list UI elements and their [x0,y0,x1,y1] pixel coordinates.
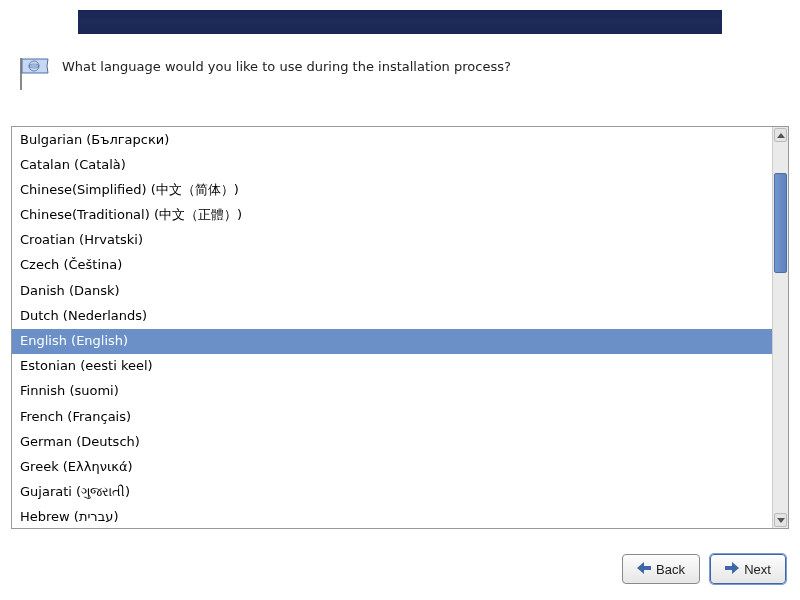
language-item[interactable]: English (English) [12,329,772,354]
scroll-up-button[interactable] [774,128,787,142]
back-button[interactable]: Back [622,554,700,584]
language-list[interactable]: Bulgarian (Български)Catalan (Català)Chi… [12,127,772,528]
language-item[interactable]: Danish (Dansk) [12,278,772,303]
arrow-right-icon [725,562,739,577]
arrow-left-icon [637,562,651,577]
prompt-text: What language would you like to use duri… [62,56,511,76]
header: What language would you like to use duri… [18,56,782,92]
language-flag-icon [18,56,50,92]
scroll-down-button[interactable] [774,513,787,527]
language-item[interactable]: Catalan (Català) [12,152,772,177]
top-banner [78,10,722,34]
language-item[interactable]: German (Deutsch) [12,429,772,454]
language-item[interactable]: Chinese(Traditional) (中文（正體）) [12,203,772,228]
language-item[interactable]: Czech (Čeština) [12,253,772,278]
language-item[interactable]: Finnish (suomi) [12,379,772,404]
next-button-label: Next [744,562,771,577]
language-item[interactable]: Bulgarian (Български) [12,127,772,152]
scroll-thumb[interactable] [774,173,787,273]
language-item[interactable]: Chinese(Simplified) (中文（简体）) [12,177,772,202]
language-item[interactable]: Dutch (Nederlands) [12,303,772,328]
language-item[interactable]: Hebrew (עברית) [12,505,772,528]
language-item[interactable]: Croatian (Hrvatski) [12,228,772,253]
scrollbar[interactable] [772,127,788,528]
language-item[interactable]: Greek (Ελληνικά) [12,454,772,479]
language-item[interactable]: Estonian (eesti keel) [12,354,772,379]
next-button[interactable]: Next [710,554,786,584]
language-item[interactable]: French (Français) [12,404,772,429]
language-item[interactable]: Gujarati (ગુજરાતી) [12,480,772,505]
button-bar: Back Next [622,554,786,584]
language-list-container: Bulgarian (Български)Catalan (Català)Chi… [11,126,789,529]
back-button-label: Back [656,562,685,577]
